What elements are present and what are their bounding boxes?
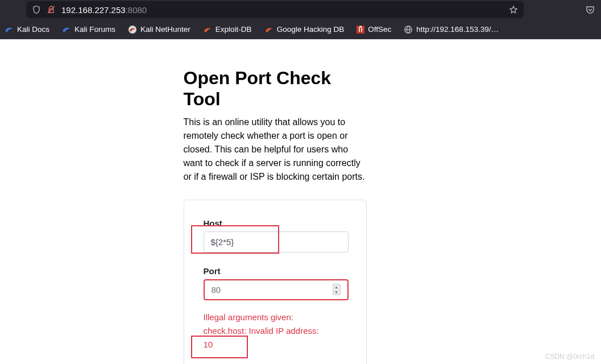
bookmark-star-icon[interactable] (509, 5, 518, 14)
bookmark-label: Kali Forums (74, 25, 115, 34)
chevron-up-icon: ▲ (335, 286, 338, 289)
url-host: 192.168.227.253 (61, 5, 126, 15)
url-bar[interactable]: 192.168.227.253:8080 (26, 1, 524, 18)
kali-icon (5, 25, 14, 34)
bookmark-kali-forums[interactable]: Kali Forums (57, 23, 120, 36)
port-input[interactable]: 80 ▲ ▼ (204, 279, 349, 300)
browser-chrome: 192.168.227.253:8080 Kali Docs Kali Foru… (0, 0, 601, 39)
error-line: check.host: Invalid IP address: (204, 324, 347, 338)
watermark: CSDN @0rch1d (545, 353, 594, 361)
pocket-icon[interactable] (585, 5, 595, 15)
port-value: 80 (212, 285, 221, 295)
exploit-icon (203, 25, 212, 34)
chevron-down-icon: ▼ (335, 291, 338, 294)
form-card: Host Port 80 ▲ ▼ Illegal arguments g (184, 200, 367, 364)
bookmark-label: Exploit-DB (215, 25, 252, 34)
bookmark-nethunter[interactable]: Kali NetHunter (123, 23, 195, 36)
nethunter-icon (128, 25, 137, 34)
exploit-icon (264, 25, 273, 34)
page-description: This is an online utility that allows yo… (184, 115, 367, 184)
url-port: :8080 (126, 5, 147, 15)
bookmark-offsec[interactable]: OffSec (352, 23, 396, 36)
bookmark-label: Google Hacking DB (277, 25, 345, 34)
offsec-icon (357, 26, 364, 34)
shield-icon (32, 5, 41, 14)
url-text[interactable]: 192.168.227.253:8080 (61, 5, 503, 15)
globe-icon (404, 25, 413, 34)
bookmark-label: Kali Docs (17, 25, 49, 34)
bookmarks-bar: Kali Docs Kali Forums Kali NetHunter Exp… (0, 19, 601, 39)
port-label: Port (204, 266, 347, 276)
host-input[interactable] (204, 231, 349, 253)
bookmark-label: Kali NetHunter (140, 25, 190, 34)
bookmark-label: http://192.168.153.39/… (416, 25, 499, 34)
host-label: Host (204, 218, 347, 228)
bookmark-kali-docs[interactable]: Kali Docs (0, 23, 54, 36)
number-stepper[interactable]: ▲ ▼ (333, 284, 341, 295)
error-line: Illegal arguments given: (204, 311, 347, 324)
bookmark-exploit-db[interactable]: Exploit-DB (198, 23, 256, 36)
page-content: Open Port Check Tool This is an online u… (0, 39, 601, 364)
insecure-lock-icon (47, 5, 56, 14)
bookmark-label: OffSec (368, 25, 391, 34)
page-title: Open Port Check Tool (184, 68, 367, 110)
error-message: Illegal arguments given: check.host: Inv… (204, 311, 347, 351)
bookmark-http-link[interactable]: http://192.168.153.39/… (399, 23, 503, 36)
error-line: 10 (204, 338, 347, 351)
kali-icon (62, 25, 71, 34)
bookmark-ghdb[interactable]: Google Hacking DB (260, 23, 349, 36)
